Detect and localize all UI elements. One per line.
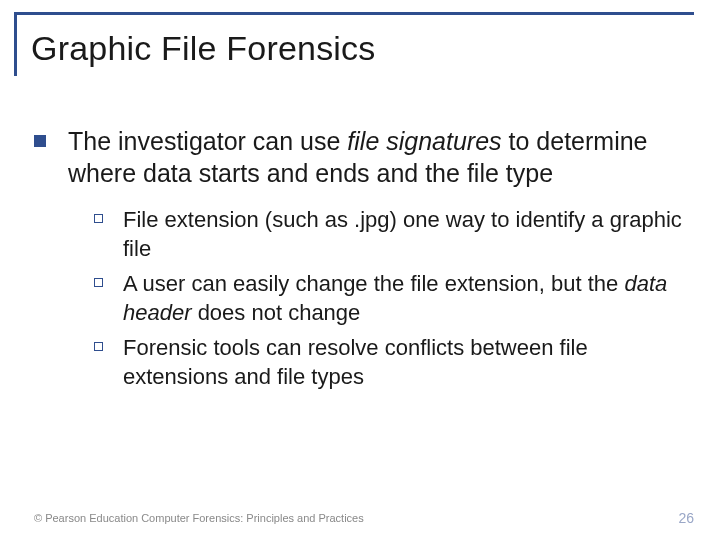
slide-title: Graphic File Forensics [31, 29, 694, 68]
square-bullet-icon [34, 135, 46, 147]
sub-bullets: File extension (such as .jpg) one way to… [94, 205, 694, 391]
footer-copyright: © Pearson Education Computer Forensics: … [34, 512, 364, 524]
bullet-level1: The investigator can use file signatures… [34, 125, 694, 189]
title-container: Graphic File Forensics [14, 12, 694, 76]
text-segment: A user can easily change the file extens… [123, 271, 624, 296]
square-outline-bullet-icon [94, 278, 103, 287]
bullet-level2: Forensic tools can resolve conflicts bet… [94, 333, 694, 391]
text-italic: file signatures [347, 127, 501, 155]
page-number: 26 [678, 510, 694, 526]
text-segment: Forensic tools can resolve conflicts bet… [123, 335, 588, 389]
bullet-level2-text: Forensic tools can resolve conflicts bet… [123, 333, 694, 391]
bullet-level2: A user can easily change the file extens… [94, 269, 694, 327]
text-segment: The investigator can use [68, 127, 347, 155]
bullet-level2-text: A user can easily change the file extens… [123, 269, 694, 327]
text-segment: File extension (such as .jpg) one way to… [123, 207, 682, 261]
bullet-level2-text: File extension (such as .jpg) one way to… [123, 205, 694, 263]
slide-body: The investigator can use file signatures… [34, 125, 694, 397]
text-segment: does not change [192, 300, 361, 325]
bullet-level1-text: The investigator can use file signatures… [68, 125, 694, 189]
square-outline-bullet-icon [94, 342, 103, 351]
square-outline-bullet-icon [94, 214, 103, 223]
bullet-level2: File extension (such as .jpg) one way to… [94, 205, 694, 263]
